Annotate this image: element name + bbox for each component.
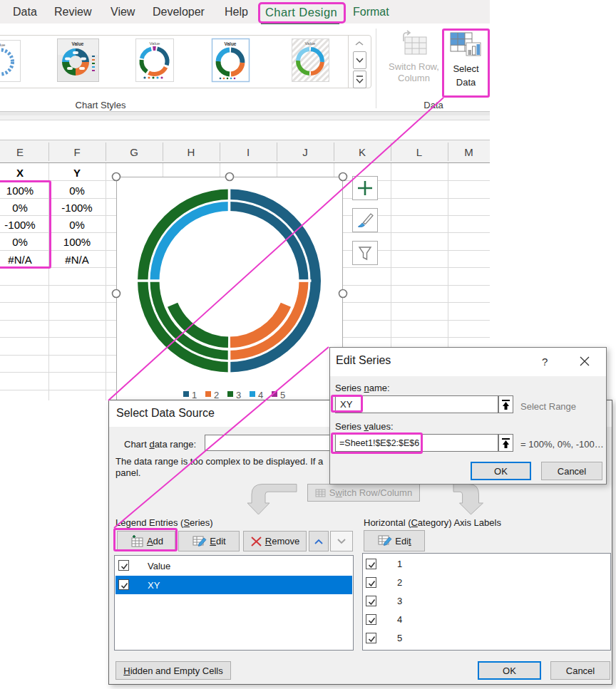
svg-text:3: 3 bbox=[236, 390, 241, 400]
svg-text:4: 4 bbox=[258, 390, 263, 400]
svg-text:5: 5 bbox=[280, 390, 285, 400]
svg-text:2: 2 bbox=[214, 390, 219, 400]
svg-text:1: 1 bbox=[192, 390, 197, 400]
